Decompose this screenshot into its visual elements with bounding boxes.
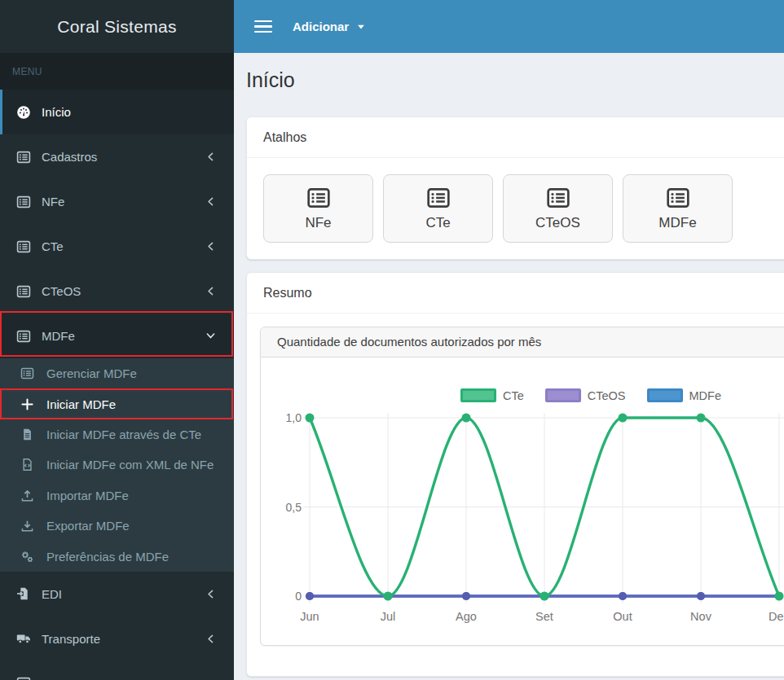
sidebar-item-label: Cadastros — [42, 150, 97, 164]
sidebar-item-partial[interactable] — [0, 661, 234, 680]
sidebar-section-label: MENU — [0, 53, 234, 90]
sidebar-item-transporte[interactable]: Transporte — [0, 616, 234, 661]
list-icon — [306, 186, 331, 210]
sidebar-item-cte[interactable]: CTe — [0, 224, 234, 269]
adicionar-dropdown[interactable]: Adicionar — [283, 11, 376, 42]
brand-text: Coral Sistemas — [57, 17, 177, 37]
submenu-item-label: Preferências de MDFe — [46, 550, 169, 564]
sidebar-menu: Início Cadastros NFe CTe CTeOS — [0, 90, 234, 680]
chevron-left-icon — [205, 634, 216, 644]
truck-icon — [16, 631, 31, 646]
caret-down-icon — [356, 22, 366, 32]
submenu-item-label: Gerenciar MDFe — [46, 366, 137, 380]
chevron-left-icon — [205, 241, 216, 252]
submenu-item-preferencias-mdfe[interactable]: Preferências de MDFe — [0, 541, 234, 571]
sidebar-item-label: CTe — [42, 239, 64, 253]
atalhos-panel-body: NFe CTe CTeOS MDFe — [247, 158, 784, 259]
legend-swatch — [460, 388, 496, 402]
chart-title: Quantidade de documentos autorizados por… — [261, 327, 784, 358]
sidebar-item-label: Transporte — [42, 632, 100, 646]
page-title: Início — [246, 68, 784, 92]
legend-item-mdfe[interactable]: MDFe — [647, 388, 721, 402]
top-navbar: Adicionar — [234, 0, 784, 53]
sidebar-item-inicio[interactable]: Início — [0, 90, 234, 134]
legend-label: CTe — [503, 389, 524, 402]
sidebar-item-label: MDFe — [42, 329, 75, 343]
submenu-item-exportar-mdfe[interactable]: Exportar MDFe — [0, 511, 234, 541]
submenu-item-gerenciar-mdfe[interactable]: Gerenciar MDFe — [0, 358, 234, 388]
sidebar-item-edi[interactable]: EDI — [0, 572, 234, 616]
sidebar-item-label: CTeOS — [42, 284, 81, 298]
chart-panel: Quantidade de documentos autorizados por… — [260, 327, 784, 646]
file-export-icon — [16, 586, 31, 601]
submenu-item-label: Exportar MDFe — [46, 519, 130, 533]
shortcut-nfe-button[interactable]: NFe — [263, 174, 373, 243]
sidebar-item-cadastros[interactable]: Cadastros — [0, 134, 234, 179]
svg-text:Ago: Ago — [456, 610, 477, 623]
shortcut-label: CTe — [425, 215, 450, 231]
list-icon — [16, 150, 31, 165]
list-icon — [546, 186, 570, 210]
list-icon — [20, 366, 34, 380]
chevron-left-icon — [205, 589, 216, 599]
legend-swatch — [647, 388, 683, 402]
shortcut-mdfe-button[interactable]: MDFe — [623, 174, 733, 243]
list-icon — [16, 329, 31, 344]
list-icon — [16, 676, 31, 680]
application-window: Coral Sistemas MENU Início Cadastros NFe… — [0, 0, 784, 680]
legend-item-cte[interactable]: CTe — [460, 388, 524, 402]
svg-text:Out: Out — [613, 610, 632, 623]
plus-icon — [20, 397, 34, 411]
chevron-down-icon — [205, 331, 216, 341]
svg-text:0,5: 0,5 — [286, 501, 302, 514]
adicionar-label: Adicionar — [293, 20, 349, 33]
file-icon — [20, 428, 34, 441]
submenu-item-importar-mdfe[interactable]: Importar MDFe — [0, 480, 234, 511]
shortcut-label: MDFe — [658, 215, 696, 231]
file-code-icon — [20, 458, 34, 472]
shortcut-label: NFe — [305, 215, 331, 231]
sidebar-toggle-button[interactable] — [245, 9, 281, 45]
list-icon — [16, 195, 31, 209]
resumo-panel: Resumo Quantidade de documentos autoriza… — [246, 272, 784, 677]
legend-item-cteos[interactable]: CTeOS — [545, 388, 626, 402]
legend-label: CTeOS — [588, 389, 626, 402]
shortcut-label: CTeOS — [535, 215, 580, 231]
gauge-icon — [16, 105, 31, 120]
sidebar: Coral Sistemas MENU Início Cadastros NFe… — [0, 0, 234, 680]
shortcut-cteos-button[interactable]: CTeOS — [503, 174, 613, 243]
submenu-item-label: Iniciar MDFe através de CTe — [46, 428, 201, 441]
svg-text:Set: Set — [535, 610, 553, 623]
svg-text:Nov: Nov — [690, 610, 712, 623]
submenu-item-iniciar-mdfe[interactable]: Iniciar MDFe — [0, 388, 234, 419]
svg-text:1,0: 1,0 — [286, 411, 302, 424]
resumo-panel-title: Resumo — [247, 273, 784, 314]
sidebar-item-mdfe[interactable]: MDFe — [0, 314, 234, 358]
legend-label: MDFe — [689, 389, 721, 402]
list-icon — [426, 186, 451, 210]
legend-swatch — [545, 388, 581, 402]
hamburger-icon — [254, 20, 272, 23]
list-icon — [16, 284, 31, 299]
chevron-left-icon — [205, 196, 216, 207]
submenu-item-iniciar-mdfe-xml-nfe[interactable]: Iniciar MDFe com XML de NFe — [0, 450, 234, 480]
list-icon — [666, 186, 690, 210]
sidebar-item-cteos[interactable]: CTeOS — [0, 269, 234, 314]
sidebar-item-label: Início — [42, 105, 71, 119]
list-icon — [16, 239, 31, 254]
chart-area: CTeCTeOSMDFe 00,51,0JunJulAgoSetOutNovDe… — [261, 358, 784, 645]
resumo-panel-body: Quantidade de documentos autorizados por… — [247, 314, 784, 676]
submenu-item-iniciar-mdfe-cte[interactable]: Iniciar MDFe através de CTe — [0, 419, 234, 450]
mdfe-submenu: Gerenciar MDFe Iniciar MDFe Iniciar MDFe… — [0, 358, 234, 572]
svg-text:Dez: Dez — [769, 610, 784, 623]
svg-text:Jul: Jul — [381, 610, 396, 623]
svg-text:Jun: Jun — [300, 610, 319, 623]
chevron-left-icon — [205, 151, 216, 162]
sidebar-item-nfe[interactable]: NFe — [0, 179, 234, 224]
submenu-item-label: Iniciar MDFe — [46, 397, 116, 411]
atalhos-panel-title: Atalhos — [247, 117, 784, 158]
chevron-left-icon — [205, 286, 216, 296]
main-content: Início Atalhos NFe CTe CTeOS MDFe — [234, 53, 784, 680]
app-logo[interactable]: Coral Sistemas — [0, 0, 234, 53]
shortcut-cte-button[interactable]: CTe — [383, 174, 493, 243]
